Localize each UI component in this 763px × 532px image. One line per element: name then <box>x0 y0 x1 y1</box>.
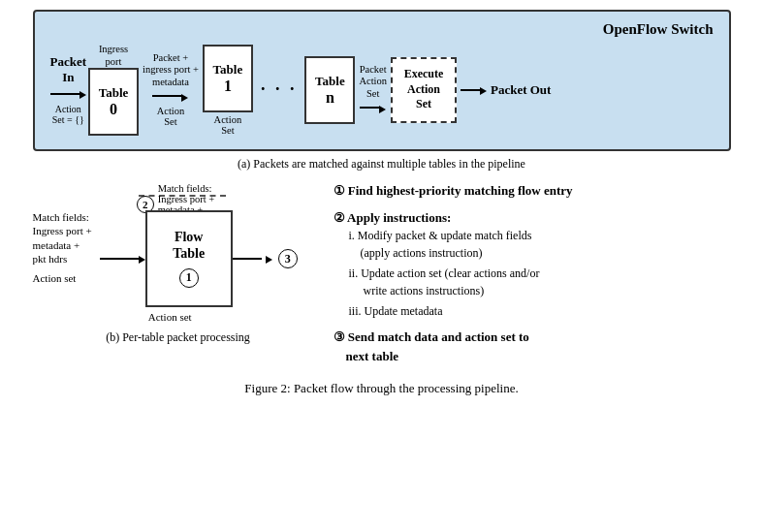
table-0-label: Table <box>99 85 129 101</box>
arrow-out: 3 <box>233 249 300 268</box>
action-set-left: Action set <box>33 271 92 285</box>
between-0-1: Packet +ingress port +metadata ActionSet <box>143 52 199 128</box>
instr-1-text: ① Find highest-priority matching flow en… <box>334 183 573 198</box>
before-execute: PacketActionSet <box>359 64 387 116</box>
section-a: OpenFlow Switch Packet In Action Set = {… <box>19 10 744 172</box>
flow-table-title: FlowTable <box>173 230 205 263</box>
execute-label: Execute Action Set <box>404 67 444 112</box>
main-table-row: FlowTable 1 3 <box>100 210 300 307</box>
table-1: Table 1 <box>203 45 253 112</box>
caption-a: (a) Packets are matched against multiple… <box>238 157 525 172</box>
ingress-port-label: Ingress port <box>99 44 128 68</box>
flow-table-center: 2 Match fields:Ingress port +metadata +p… <box>100 181 300 323</box>
section-b: Match fields: Ingress port + metadata + … <box>19 181 744 396</box>
packet-out-group: Packet Out <box>461 82 551 98</box>
arrowhead-in <box>139 251 145 266</box>
packet-label: PacketActionSet <box>359 64 387 101</box>
instr-3-text: ③ Send match data and action set to next… <box>334 329 529 363</box>
flow-table-box: FlowTable 1 <box>145 210 233 307</box>
table-0: Table 0 <box>88 68 139 136</box>
execute-action-set: Execute Action Set <box>391 57 457 123</box>
instr-2-sub-iii: iii. Update metadata <box>349 302 731 320</box>
instructions-panel: ① Find highest-priority matching flow en… <box>334 181 731 373</box>
arrowhead-out <box>266 251 272 266</box>
dots-separator: · · · <box>253 79 305 100</box>
tablen-group: Table n <box>304 56 355 124</box>
caption-b: (b) Per-table packet processing <box>33 330 324 345</box>
pipeline-title: OpenFlow Switch <box>50 21 714 38</box>
packet-out-label: Packet Out <box>491 82 551 98</box>
pipeline-diagram: OpenFlow Switch Packet In Action Set = {… <box>33 10 731 151</box>
arrow-in <box>100 251 145 266</box>
table-n: Table n <box>304 56 355 124</box>
circle-1-in-box: 1 <box>179 268 199 288</box>
feedback-arrow-area: 2 Match fields:Ingress port +metadata +p… <box>100 181 300 210</box>
arrow-n-to-execute <box>379 100 386 115</box>
match-fields-left: Match fields: Ingress port + metadata + … <box>33 210 92 266</box>
table-n-number: n <box>326 89 334 107</box>
between-tables-text: Packet +ingress port +metadata <box>143 52 199 89</box>
action-set-right-row: Action set <box>100 311 300 323</box>
arrow-packet-in <box>79 86 86 102</box>
packet-in-label: Packet In <box>50 54 87 84</box>
circle-3: 3 <box>278 249 298 268</box>
flow-diagram-left: Match fields: Ingress port + metadata + … <box>33 181 324 345</box>
table-1-number: 1 <box>224 78 232 95</box>
instr-2-sub-i: i. Modify packet & update match fields (… <box>349 227 731 262</box>
action-set-table1: ActionSet <box>214 114 242 136</box>
arrow-0-to-1 <box>181 88 188 104</box>
table-0-number: 0 <box>110 101 117 118</box>
table-1-label: Table <box>213 62 243 78</box>
table0-group: Ingress port Table 0 <box>88 44 139 136</box>
action-set-right: Action set <box>148 311 192 323</box>
instr-2-title: ② Apply instructions: <box>334 210 452 225</box>
instr-2-subs: i. Modify packet & update match fields (… <box>349 227 731 320</box>
action-set-init-label: Action Set = {} <box>52 104 84 125</box>
instr-2-sub-ii: ii. Update action set (clear actions and… <box>349 265 731 299</box>
instr-item-2: ② Apply instructions: i. Modify packet &… <box>334 208 731 321</box>
table1-group: Table 1 ActionSet <box>203 45 253 136</box>
part-b-row: Match fields: Ingress port + metadata + … <box>33 181 731 373</box>
instr-item-1: ① Find highest-priority matching flow en… <box>334 181 731 201</box>
top-row: Match fields: Ingress port + metadata + … <box>33 181 324 323</box>
figure-caption: Figure 2: Packet flow through the proces… <box>244 381 518 396</box>
packet-in-group: Packet In Action Set = {} <box>50 54 87 125</box>
instr-item-3: ③ Send match data and action set to next… <box>334 328 731 365</box>
table-n-label: Table <box>315 74 345 89</box>
arrow-to-packet-out <box>480 82 487 98</box>
action-set-between-0-1: ActionSet <box>157 106 185 127</box>
left-side-labels: Match fields: Ingress port + metadata + … <box>33 210 92 285</box>
